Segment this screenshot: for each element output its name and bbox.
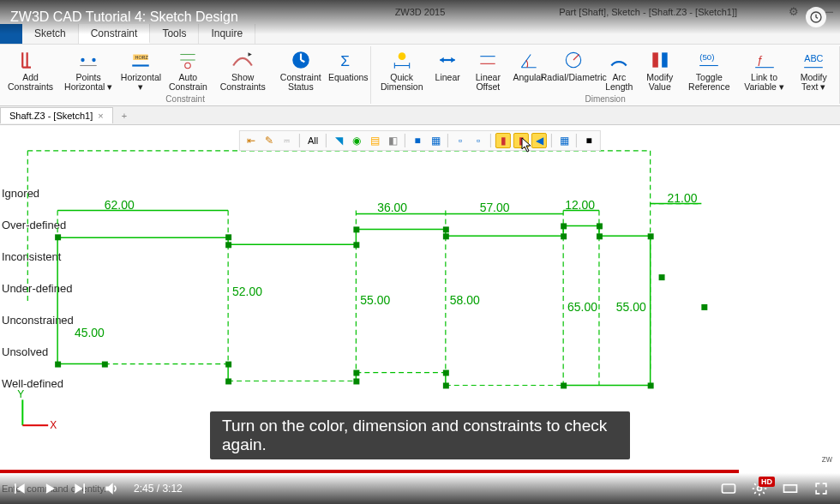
svg-marker-17	[440, 57, 443, 63]
group-label-dimension: Dimension	[585, 93, 626, 105]
svg-rect-73	[55, 234, 61, 240]
svg-text:X: X	[50, 419, 57, 431]
toggle-reference-button[interactable]: (50)Toggle Reference	[681, 46, 737, 93]
dim-62: 62.00	[105, 198, 135, 212]
svg-rect-81	[561, 223, 567, 229]
prev-button[interactable]	[10, 480, 27, 497]
next-button[interactable]	[72, 480, 89, 497]
tb-sphere-icon[interactable]: ◉	[349, 133, 364, 148]
linear-button[interactable]: Linear	[429, 46, 466, 93]
svg-text:Σ: Σ	[341, 52, 351, 69]
volume-icon[interactable]	[103, 480, 120, 497]
svg-rect-78	[443, 226, 449, 232]
svg-text:Y: Y	[17, 388, 24, 400]
svg-marker-18	[451, 57, 454, 63]
tb-stack-icon[interactable]: ▤	[367, 133, 382, 148]
close-tab-icon[interactable]: ×	[98, 111, 103, 121]
dim-36: 36.00	[377, 201, 407, 214]
dim-65: 65.00	[567, 300, 597, 314]
tb-cube-icon[interactable]: ◧	[385, 133, 400, 148]
svg-rect-88	[225, 379, 231, 385]
tb-color-toggle-icon[interactable]: ▮	[495, 133, 511, 148]
dim-45: 45.00	[75, 326, 105, 339]
constraint-status-button[interactable]: Constraint Status	[272, 46, 329, 93]
svg-rect-83	[597, 233, 603, 239]
tb-exit-icon[interactable]: ⇤	[243, 133, 259, 148]
ribbon-group-dimension: Quick Dimension Linear Linear Offset Ang…	[371, 46, 840, 104]
link-to-variable-button[interactable]: ƒLink to Variable ▾	[737, 46, 792, 93]
svg-rect-75	[225, 242, 231, 248]
modify-value-button[interactable]: Modify Value	[639, 46, 681, 93]
video-title-bar: ZW3D CAD Tutorial 4: Sketch Design	[0, 0, 840, 34]
arc-length-button[interactable]: Arc Length	[600, 46, 639, 93]
svg-text:ƒ: ƒ	[757, 53, 763, 66]
svg-line-22	[573, 55, 579, 61]
tb-black-icon[interactable]: ■	[581, 133, 597, 148]
tb-dot2-icon[interactable]: ▫	[471, 133, 486, 148]
svg-rect-85	[55, 362, 61, 368]
angular-button[interactable]: Angular	[510, 46, 548, 93]
tb-pencil-icon[interactable]: ✎	[261, 133, 277, 148]
auto-constrain-button[interactable]: Auto Constrain	[163, 46, 213, 93]
svg-rect-104	[784, 485, 797, 492]
svg-point-1	[92, 58, 95, 62]
mouse-cursor-icon	[521, 137, 533, 153]
svg-point-103	[758, 487, 762, 491]
points-horizontal-button[interactable]: Points Horizontal ▾	[57, 46, 119, 93]
video-controls: 2:45 / 3:12 HD	[0, 473, 840, 504]
dim-57: 57.00	[480, 201, 510, 214]
svg-rect-79	[443, 233, 449, 239]
theater-button[interactable]	[782, 480, 799, 497]
hd-badge: HD	[759, 477, 775, 487]
show-constraints-button[interactable]: Show Constraints	[213, 46, 272, 93]
sketch-view-toolbar: ⇤ ✎ ⎓ All ◥ ◉ ▤ ◧ ■ ▦ ▫ ▫ ▮ ▮ ◀ ▦ ■	[239, 130, 601, 151]
dim-12: 12.00	[565, 198, 595, 212]
svg-rect-102	[723, 484, 735, 493]
dim-52: 52.00	[232, 285, 262, 298]
svg-rect-90	[353, 370, 359, 376]
captions-button[interactable]	[720, 480, 737, 497]
tb-square1-icon[interactable]: ■	[410, 133, 425, 148]
tb-dot1-icon[interactable]: ▫	[453, 133, 468, 148]
dim-55: 55.00	[360, 293, 390, 307]
svg-text:(50): (50)	[700, 52, 715, 62]
svg-rect-87	[225, 362, 231, 368]
document-tab-label: Shaft.Z3 - [Sketch1]	[9, 111, 93, 121]
fullscreen-button[interactable]	[813, 480, 830, 497]
svg-rect-91	[443, 370, 449, 376]
svg-rect-80	[561, 233, 567, 239]
settings-button[interactable]: HD	[751, 480, 768, 497]
tb-constraint-toggle-icon[interactable]: ◀	[531, 133, 547, 148]
svg-point-8	[185, 63, 191, 69]
tb-clamp-icon[interactable]: ⎓	[279, 133, 295, 148]
svg-rect-24	[662, 52, 668, 67]
svg-point-0	[81, 58, 84, 62]
add-constraints-button[interactable]: Add Constraints	[3, 46, 57, 93]
video-title: ZW3D CAD Tutorial 4: Sketch Design	[10, 9, 238, 25]
horizontal-button[interactable]: HORZHorizontal ▾	[119, 46, 162, 93]
linear-offset-button[interactable]: Linear Offset	[466, 46, 509, 93]
add-tab-button[interactable]: +	[113, 108, 135, 123]
svg-rect-86	[102, 362, 108, 368]
watch-later-icon[interactable]	[806, 7, 826, 27]
document-tab[interactable]: Shaft.Z3 - [Sketch1] ×	[0, 107, 113, 123]
modify-text-button[interactable]: ABCModify Text ▾	[791, 46, 836, 93]
equations-button[interactable]: ΣEquations	[329, 46, 367, 93]
tb-all-label[interactable]: All	[304, 133, 321, 148]
svg-rect-23	[652, 52, 658, 67]
tb-grid-icon[interactable]: ▦	[556, 133, 572, 148]
svg-rect-89	[353, 379, 359, 385]
tb-filter-icon[interactable]: ◥	[331, 133, 346, 148]
svg-rect-74	[225, 234, 231, 240]
svg-rect-94	[648, 382, 654, 388]
document-tabs: Shaft.Z3 - [Sketch1] × +	[0, 106, 840, 125]
tb-dashsq-icon[interactable]: ▦	[428, 133, 443, 148]
svg-rect-82	[597, 223, 603, 229]
ribbon-group-constraint: Add Constraints Points Horizontal ▾ HORZ…	[0, 46, 371, 104]
group-label-constraint: Constraint	[165, 93, 205, 105]
play-button[interactable]	[41, 480, 58, 497]
radial-diametric-button[interactable]: Radial/Diametric	[548, 46, 600, 93]
svg-text:ABC: ABC	[804, 53, 823, 63]
svg-rect-76	[353, 242, 359, 248]
quick-dimension-button[interactable]: Quick Dimension	[375, 46, 429, 93]
